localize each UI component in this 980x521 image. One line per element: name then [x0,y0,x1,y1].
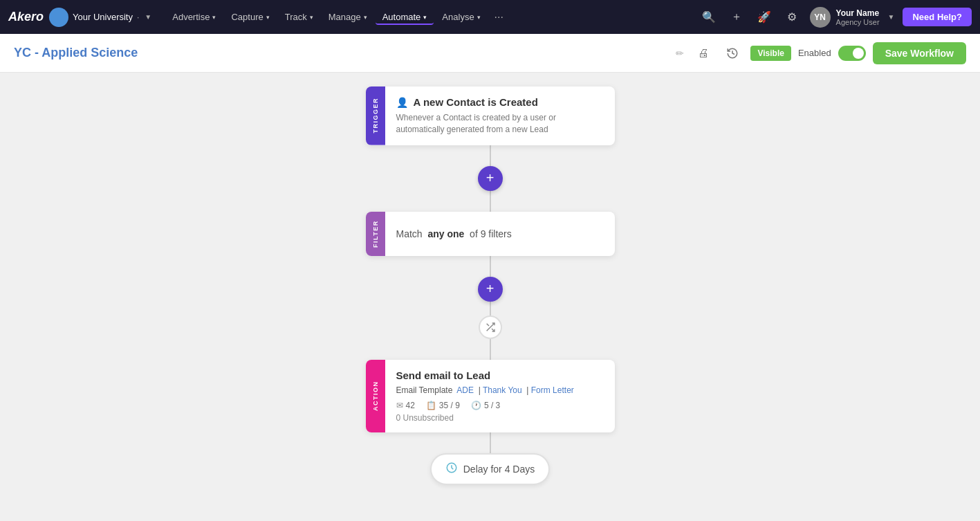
template-link-thankyou[interactable]: Thank You [483,385,522,395]
client-selector[interactable]: Your University · ▼ [49,8,151,27]
enabled-label: Enabled [798,48,831,58]
filter-text: Match any one of 9 filters [396,221,604,246]
filter-node[interactable]: Filter Match any one of 9 filters [366,212,615,256]
trigger-tab: Trigger [366,86,385,145]
add-icon[interactable]: ＋ [727,8,746,27]
need-help-button[interactable]: Need Help? [903,8,972,26]
filter-content: Match any one of 9 filters [385,212,615,256]
user-avatar: YN [810,7,831,28]
print-icon[interactable]: 🖨 [692,42,714,64]
user-chevron-icon: ▼ [888,13,895,21]
split-icon[interactable] [479,316,502,339]
action-title: Send email to Lead [396,369,604,381]
connector-line-4 [490,302,491,316]
chevron-down-icon: ▾ [477,14,481,21]
action-template-row: Email Template ADE | Thank You | Form Le… [396,385,604,395]
person-icon: 👤 [396,97,408,108]
navbar: Akero Your University · ▼ Advertise ▾ Ca… [0,0,980,34]
add-step-button-2[interactable]: + [478,277,503,302]
add-step-button-1[interactable]: + [478,166,503,191]
delivered-icon: 📋 [426,401,436,410]
filter-tab: Filter [366,212,385,256]
trigger-title: 👤 A new Contact is Created [396,96,604,108]
nav-more-icon[interactable]: ··· [489,8,509,26]
history-icon[interactable] [721,42,743,64]
opened-icon: 🕐 [471,401,481,410]
logo: Akero [8,10,44,24]
nav-analyse[interactable]: Analyse ▾ [435,9,487,25]
save-workflow-button[interactable]: Save Workflow [873,42,966,64]
action-stats: ✉ 42 📋 35 / 9 🕐 5 / 3 [396,401,604,410]
user-menu[interactable]: YN Your Name Agency User ▼ [810,7,895,28]
connector-line-6 [490,432,491,453]
trigger-content: 👤 A new Contact is Created Whenever a Co… [385,86,615,145]
chevron-down-icon: ▾ [266,14,270,21]
nav-advertise[interactable]: Advertise ▾ [165,9,223,25]
workflow-canvas: Trigger 👤 A new Contact is Created Whene… [0,73,980,521]
client-avatar [49,8,68,27]
page-title: YC - Applied Science [14,46,662,60]
chevron-down-icon: ▾ [310,14,313,21]
user-info: Your Name Agency User [836,8,880,26]
chevron-down-icon: ▾ [212,14,216,21]
navbar-actions: 🔍 ＋ 🚀 ⚙ YN Your Name Agency User ▼ Need … [699,7,972,28]
connector-line-3 [490,256,491,277]
template-link-formletter[interactable]: Form Letter [531,385,574,395]
action-tab: Action [366,360,385,432]
connector-line-5 [490,339,491,360]
sent-stat: ✉ 42 [396,401,415,410]
trigger-node[interactable]: Trigger 👤 A new Contact is Created Whene… [366,86,615,145]
workflow-flow: Trigger 👤 A new Contact is Created Whene… [352,86,629,507]
connector-line-2 [490,191,491,212]
main-nav: Advertise ▾ Capture ▾ Track ▾ Manage ▾ A… [165,8,699,26]
action-content: Send email to Lead Email Template ADE | … [385,360,615,432]
delivered-stat: 📋 35 / 9 [426,401,460,410]
template-link-ade[interactable]: ADE [456,385,474,395]
header-bar: YC - Applied Science ✏ 🖨 Visible Enabled… [0,34,980,73]
client-chevron-icon: ▼ [145,13,151,21]
nav-track[interactable]: Track ▾ [278,9,320,25]
nav-capture[interactable]: Capture ▾ [224,9,276,25]
unsubscribed-count: 0 Unsubscribed [396,413,604,423]
delay-label: Delay for 4 Days [463,464,535,475]
rocket-icon[interactable]: 🚀 [755,8,774,27]
client-name: Your University [73,12,133,22]
nav-automate[interactable]: Automate ▾ [376,9,434,25]
enabled-toggle[interactable] [838,46,866,61]
connector-line-1 [490,145,491,166]
opened-stat: 🕐 5 / 3 [471,401,500,410]
search-icon[interactable]: 🔍 [699,8,719,27]
delay-clock-icon [445,461,458,477]
delay-node[interactable]: Delay for 4 Days [430,453,550,485]
trigger-description: Whenever a Contact is created by a user … [396,112,604,136]
email-icon: ✉ [396,401,403,410]
nav-manage[interactable]: Manage ▾ [322,9,374,25]
visible-badge[interactable]: Visible [750,46,791,61]
separator-dot: · [137,12,139,22]
header-actions: 🖨 Visible Enabled Save Workflow [692,42,966,64]
chevron-down-icon: ▾ [423,14,427,21]
edit-icon[interactable]: ✏ [676,48,684,59]
settings-icon[interactable]: ⚙ [782,8,802,27]
action-node[interactable]: Action Send email to Lead Email Template… [366,360,615,432]
chevron-down-icon: ▾ [364,14,367,21]
